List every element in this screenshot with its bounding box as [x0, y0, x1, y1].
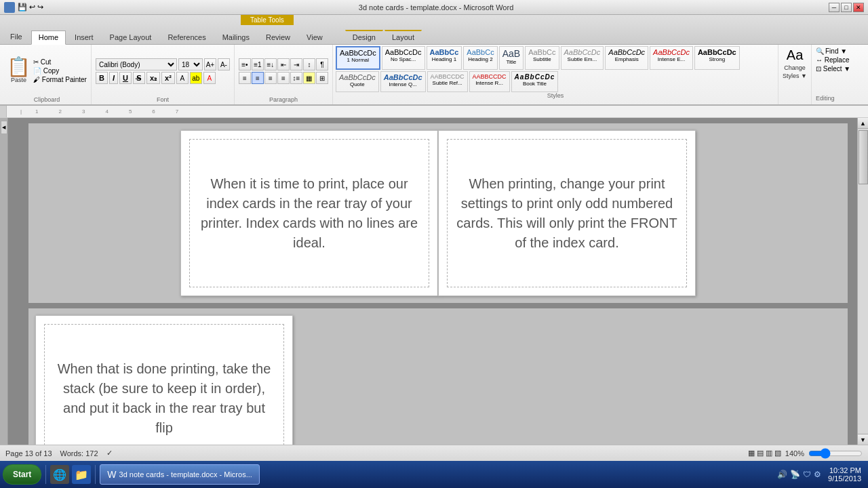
style-intense-r[interactable]: AaBbCcDc Intense R...: [469, 71, 510, 92]
style-book-title[interactable]: AaBbCcDc Book Title: [511, 71, 559, 92]
font-size-select[interactable]: 18: [178, 58, 203, 70]
tab-references[interactable]: References: [160, 30, 213, 44]
scroll-up-button[interactable]: ▲: [858, 118, 869, 129]
style-no-spacing[interactable]: AaBbCcDc No Spac...: [382, 46, 425, 70]
cut-button[interactable]: ✂ Cut: [33, 58, 87, 66]
highlight-button[interactable]: ab: [190, 72, 202, 84]
pages-scroll-area[interactable]: When it is time to print, place our inde…: [8, 118, 868, 445]
tab-file[interactable]: File: [3, 30, 30, 44]
tab-insert[interactable]: Insert: [67, 30, 101, 44]
replace-button[interactable]: ↔ Replace: [816, 56, 850, 64]
title-bar-title: 3d note cards - template.docx - Microsof…: [43, 3, 829, 12]
tab-design[interactable]: Design: [345, 30, 383, 44]
paragraph-group-label: Paragraph: [239, 96, 328, 103]
style-quote[interactable]: AaBbCcDc Quote: [336, 71, 379, 92]
copy-button[interactable]: 📄 Copy: [33, 67, 87, 75]
italic-button[interactable]: I: [109, 72, 118, 84]
index-card-1: When it is time to print, place our inde…: [180, 130, 438, 296]
start-button[interactable]: Start: [3, 464, 41, 485]
style-title[interactable]: AaB Title: [499, 46, 524, 70]
card-4-empty: [293, 315, 551, 445]
table-tools-label: Table Tools: [241, 15, 294, 25]
style-intense-q[interactable]: AaBbCcDc Intense Q...: [380, 71, 426, 92]
tab-page-layout[interactable]: Page Layout: [102, 30, 159, 44]
card-1-inner: When it is time to print, place our inde…: [189, 139, 429, 287]
scroll-down-button[interactable]: ▼: [858, 434, 869, 445]
taskbar-folder-icon[interactable]: 📁: [72, 465, 91, 484]
clock-date: 9/15/2013: [828, 474, 861, 483]
tray-icon-4[interactable]: ⚙: [814, 470, 821, 479]
page-1: When it is time to print, place our inde…: [28, 123, 848, 303]
strikethrough-button[interactable]: S̶: [133, 72, 145, 84]
index-card-2: When printing, change your print setting…: [438, 130, 696, 296]
editing-group: 🔍 Find ▼ ↔ Replace ⊡ Select ▼ Editing: [811, 45, 865, 104]
numbering-button[interactable]: ≡1: [252, 58, 264, 70]
format-painter-button[interactable]: 🖌 Format Painter: [33, 76, 87, 83]
minimize-btn[interactable]: ─: [829, 3, 840, 12]
font-grow-button[interactable]: A+: [204, 58, 216, 70]
change-styles-button[interactable]: Aa Change Styles ▼: [783, 47, 807, 79]
change-styles-group: Aa Change Styles ▼: [778, 45, 811, 104]
style-subtle-em[interactable]: AaBbCcDc Subtle Em...: [561, 46, 604, 70]
bullets-button[interactable]: ≡•: [239, 58, 251, 70]
maximize-btn[interactable]: □: [841, 3, 852, 12]
left-margin: ◀: [0, 118, 8, 445]
tab-mailings[interactable]: Mailings: [215, 30, 257, 44]
status-bar: Page 13 of 13 Words: 172 ✓ ▦ ▤ ▥ ▧ 140%: [0, 445, 868, 461]
multilevel-button[interactable]: ≡↓: [264, 58, 277, 70]
subscript-button[interactable]: x₂: [146, 72, 160, 84]
superscript-button[interactable]: x²: [161, 72, 175, 84]
shading-button[interactable]: ▦: [303, 72, 315, 84]
close-btn[interactable]: ✕: [853, 3, 864, 12]
taskbar-divider2: [95, 465, 96, 484]
style-heading1[interactable]: AaBbCc Heading 1: [427, 46, 462, 70]
line-spacing-button[interactable]: ↕≡: [290, 72, 302, 84]
align-left-button[interactable]: ≡: [239, 72, 251, 84]
tab-review[interactable]: Review: [258, 30, 298, 44]
taskbar-word-item[interactable]: W 3d note cards - template.docx - Micros…: [100, 464, 259, 485]
status-right: ▦ ▤ ▥ ▧ 140%: [748, 449, 863, 458]
borders-button[interactable]: ⊞: [316, 72, 328, 84]
find-icon: 🔍: [816, 47, 824, 55]
style-strong[interactable]: AaBbCcDc Strong: [694, 46, 740, 70]
style-normal[interactable]: AaBbCcDc 1 Normal: [336, 46, 380, 70]
underline-button[interactable]: U: [119, 72, 132, 84]
sort-button[interactable]: ↕: [303, 58, 315, 70]
tray-icon-1[interactable]: 🔊: [777, 470, 787, 479]
font-name-select[interactable]: Calibri (Body): [96, 58, 177, 70]
margin-control[interactable]: ◀: [1, 121, 7, 134]
tab-view[interactable]: View: [299, 30, 330, 44]
select-button[interactable]: ⊡ Select ▼: [816, 65, 850, 73]
card-1-text: When it is time to print, place our inde…: [198, 174, 420, 253]
increase-indent-button[interactable]: ⇥: [290, 58, 302, 70]
bold-button[interactable]: B: [96, 72, 108, 84]
style-emphasis[interactable]: AaBbCcDc Emphasis: [605, 46, 648, 70]
font-shrink-button[interactable]: A-: [218, 58, 230, 70]
style-intense-em[interactable]: AaBbCcDc Intense E...: [650, 46, 693, 70]
document-area: ◀ When it is time to print, place our in…: [0, 118, 868, 445]
taskbar-ie-icon[interactable]: 🌐: [50, 465, 69, 484]
clipboard-group: 📋 Paste ✂ Cut 📄 Copy 🖌 Format Painter Cl…: [3, 45, 92, 104]
decrease-indent-button[interactable]: ⇤: [277, 58, 290, 70]
tab-home[interactable]: Home: [31, 30, 66, 45]
find-button[interactable]: 🔍 Find ▼: [816, 47, 850, 55]
font-color-button[interactable]: A: [203, 72, 216, 84]
zoom-slider[interactable]: [808, 449, 863, 458]
text-effects-button[interactable]: A: [176, 72, 189, 84]
style-subtitle[interactable]: AaBbCc Subtitle: [525, 46, 559, 70]
style-subtle-ref[interactable]: AaBbCcDc Subtle Ref...: [427, 71, 468, 92]
index-card-3: When that is done printing, take the sta…: [35, 315, 293, 445]
justify-button[interactable]: ≡: [277, 72, 290, 84]
scroll-thumb[interactable]: [859, 130, 868, 184]
show-formatting-button[interactable]: ¶: [316, 58, 328, 70]
align-right-button[interactable]: ≡: [264, 72, 277, 84]
paste-button[interactable]: 📋 Paste: [7, 58, 31, 83]
taskbar-word-icon: W: [107, 469, 116, 480]
tray-icon-2[interactable]: 📡: [790, 470, 800, 479]
style-heading2[interactable]: AaBbCc Heading 2: [463, 46, 497, 70]
card-2-text: When printing, change your print setting…: [456, 174, 678, 253]
taskbar-divider: [45, 465, 46, 484]
align-center-button[interactable]: ≡: [252, 72, 264, 84]
tab-layout[interactable]: Layout: [384, 30, 422, 44]
tray-icon-3[interactable]: 🛡: [803, 470, 811, 479]
